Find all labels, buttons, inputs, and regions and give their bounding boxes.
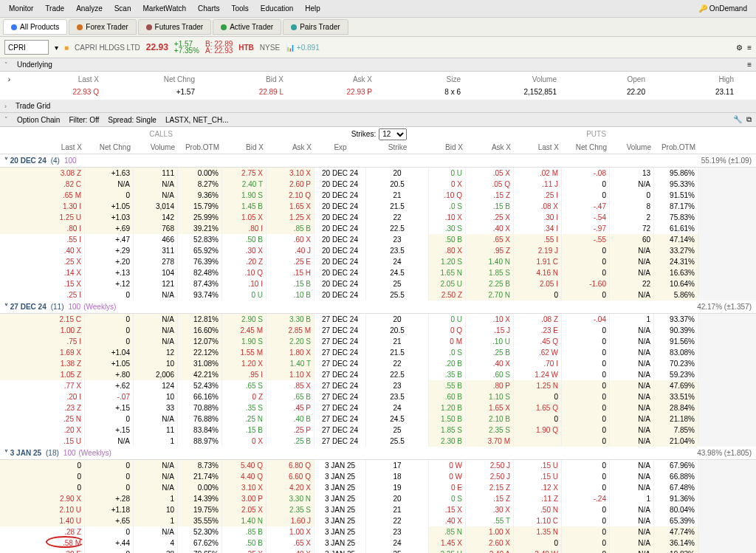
underlying-header[interactable]: ˅ Underlying ≡ — [0, 58, 756, 72]
tab-all-products[interactable]: All Products — [3, 19, 67, 35]
option-row[interactable]: 2.90 X+.28114.39%3.00 P3.30 N3 JAN 25200… — [0, 493, 756, 504]
wrench-icon[interactable]: 🔧 — [733, 115, 742, 124]
puts-label: PUTS — [436, 127, 756, 141]
option-row[interactable]: 1.30 I+1.053,01415.79%1.45 B1.65 X20 DEC… — [0, 201, 756, 212]
option-row[interactable]: 00N/A0.00%3.10 X4.20 X3 JAN 25190 E2.15 … — [0, 482, 756, 493]
top-menu: MonitorTradeAnalyzeScanMarketWatchCharts… — [0, 0, 756, 18]
menu-scan[interactable]: Scan — [109, 1, 137, 16]
option-row[interactable]: 1.40 U+.65135.55%1.40 N1.60 J3 JAN 2522.… — [0, 515, 756, 526]
option-row[interactable]: .20 X+.151183.84%.15 B.25 P27 DEC 24251.… — [0, 425, 756, 436]
layout-label[interactable]: LASTX, NET_CH... — [165, 116, 229, 124]
popup-icon[interactable]: ⧉ — [746, 115, 752, 124]
option-row[interactable]: 00N/A21.74%4.40 Q6.60 Q3 JAN 25180 W2.50… — [0, 471, 756, 482]
option-row[interactable]: 1.38 Z+1.051031.08%1.20 X1.40 T27 DEC 24… — [0, 358, 756, 369]
option-row[interactable]: .23 Z+.153370.88%.35 S.45 P27 DEC 24241.… — [0, 402, 756, 413]
option-row[interactable]: 1.69 X+1.041222.12%1.55 M1.80 X27 DEC 24… — [0, 347, 756, 358]
option-row[interactable]: .30 E03879.65%.25 X.40 X3 JAN 25252.25 U… — [0, 549, 756, 553]
chevron-right-icon[interactable]: › — [4, 103, 7, 110]
tab-forex-trader[interactable]: Forex Trader — [69, 19, 136, 35]
strikes-selector[interactable]: Strikes: 12 — [322, 127, 436, 141]
option-row[interactable]: .40 X+.2931165.92%.30 X.40 J20 DEC 2423.… — [0, 245, 756, 256]
option-row[interactable]: 1.00 Z0N/A16.60%2.45 M2.85 M27 DEC 2420.… — [0, 325, 756, 336]
underlying-grid: › Last XNet ChngBid XAsk XSizeVolumeOpen… — [0, 72, 756, 100]
spread-label[interactable]: Spread: Single — [108, 116, 157, 124]
option-row[interactable]: .58 M+.44467.62%.50 B.65 X3 JAN 25241.45… — [0, 537, 756, 549]
expand-icon[interactable]: › — [0, 73, 15, 86]
option-row[interactable]: .15 UN/A188.97%0 X.25 B27 DEC 2425.52.30… — [0, 436, 756, 447]
symbol-name: CAPRI HLDGS LTD — [75, 44, 140, 52]
exchange-label: NYSE — [260, 44, 280, 52]
calls-label: CALLS — [0, 127, 322, 141]
option-columns: Last XNet ChngVolumeProb.OTMBid XAsk X E… — [0, 141, 756, 154]
ondemand-button[interactable]: 🔑 OnDemand — [693, 1, 753, 16]
option-row[interactable]: .80 I+.6976839.21%.80 I.85 B20 DEC 2422.… — [0, 223, 756, 234]
product-tabs: All ProductsForex TraderFutures TraderAc… — [0, 18, 756, 37]
option-row[interactable]: 00N/A8.73%5.40 Q6.80 Q3 JAN 25170 W2.50 … — [0, 460, 756, 471]
menu-analyze[interactable]: Analyze — [70, 1, 109, 16]
last-price: 22.93 — [146, 42, 168, 52]
option-row[interactable]: 3.08 Z+1.631110.00%2.75 X3.10 X20 DEC 24… — [0, 168, 756, 179]
expiration-header[interactable]: ˅ 27 DEC 24(11)100(Weeklys)42.17% (±1.35… — [0, 300, 756, 314]
option-row[interactable]: .75 I0N/A12.07%1.90 S2.20 S27 DEC 24210 … — [0, 336, 756, 347]
option-row[interactable]: .65 M0N/A9.36%1.90 S2.10 Q20 DEC 2421.10… — [0, 190, 756, 201]
option-row[interactable]: .14 X+.1310482.48%.10 Q.15 H20 DEC 2424.… — [0, 267, 756, 278]
gear-icon[interactable]: ⚙ — [736, 44, 743, 52]
option-row[interactable]: 2.10 U+1.181019.75%2.05 X2.35 S3 JAN 252… — [0, 504, 756, 515]
menu-tools[interactable]: Tools — [225, 1, 254, 16]
list-icon[interactable]: ≡ — [747, 61, 752, 69]
option-row[interactable]: .55 I+.4746652.83%.50 B.60 X20 DEC 2423.… — [0, 234, 756, 245]
menu-help[interactable]: Help — [299, 1, 326, 16]
htb-label: HTB — [238, 44, 254, 52]
option-row[interactable]: 1.25 U+1.0314225.99%1.05 X1.25 X20 DEC 2… — [0, 212, 756, 223]
symbol-input[interactable] — [4, 40, 49, 55]
strikes-select[interactable]: 12 — [379, 128, 407, 140]
menu-monitor[interactable]: Monitor — [3, 1, 39, 16]
filter-label[interactable]: Filter: Off — [69, 116, 99, 124]
option-row[interactable]: .77 X+.6212452.43%.65 S.85 X27 DEC 2423.… — [0, 380, 756, 391]
option-row[interactable]: .20 I-.071066.16%0 Z.65 B27 DEC 2423.5.6… — [0, 391, 756, 402]
tab-active-trader[interactable]: Active Trader — [213, 19, 281, 35]
menu-education[interactable]: Education — [255, 1, 299, 16]
price-change: +1.57+7.35% — [174, 41, 199, 54]
expiration-header[interactable]: ˅ 20 DEC 24(4)10055.19% (±1.09) — [0, 154, 756, 168]
menu-trade[interactable]: Trade — [39, 1, 70, 16]
tab-futures-trader[interactable]: Futures Trader — [138, 19, 212, 35]
option-row[interactable]: 1.05 Z+.802,00642.21%.95 I1.10 X27 DEC 2… — [0, 369, 756, 380]
tradegrid-header[interactable]: › Trade Grid — [0, 100, 756, 113]
chevron-down-icon[interactable]: ˅ — [4, 116, 8, 123]
menu-charts[interactable]: Charts — [192, 1, 225, 16]
symbol-bar: ▾ ■ CAPRI HLDGS LTD 22.93 +1.57+7.35% B:… — [0, 37, 756, 58]
option-row[interactable]: .82 CN/AN/A8.27%2.40 T2.60 P20 DEC 2420.… — [0, 179, 756, 190]
tab-pairs-trader[interactable]: Pairs Trader — [283, 19, 348, 35]
option-row[interactable]: .25 X+.2027876.39%.20 Z.25 E20 DEC 24241… — [0, 256, 756, 267]
option-row[interactable]: .25 N0N/A76.88%.25 N.40 B27 DEC 2424.51.… — [0, 413, 756, 425]
bid-ask-small: B: 22.89A: 22.93 — [205, 41, 233, 54]
expiration-header[interactable]: ˅ 3 JAN 25(18)100(Weeklys)43.98% (±1.805… — [0, 447, 756, 460]
option-chain-body: ˅ 20 DEC 24(4)10055.19% (±1.09)3.08 Z+1.… — [0, 154, 756, 553]
option-row[interactable]: .15 X+.1212187.43%.10 I.15 B20 DEC 24252… — [0, 278, 756, 289]
option-row[interactable]: 2.15 C0N/A12.81%2.90 S3.30 B27 DEC 24200… — [0, 314, 756, 325]
menu-icon[interactable]: ≡ — [747, 44, 752, 52]
etb-value: 📊 +0.891 — [286, 44, 320, 52]
option-row[interactable]: .25 I0N/A93.74%0 U.10 B20 DEC 2425.52.50… — [0, 289, 756, 300]
chevron-down-icon[interactable]: ˅ — [4, 61, 8, 69]
dropdown-icon[interactable]: ▾ — [55, 44, 58, 52]
option-row[interactable]: .28 Z0N/A52.30%.85 B1.00 X3 JAN 2523.85 … — [0, 526, 756, 537]
menu-marketwatch[interactable]: MarketWatch — [137, 1, 193, 16]
optionchain-header[interactable]: ˅ Option Chain Filter: Off Spread: Singl… — [0, 113, 756, 127]
